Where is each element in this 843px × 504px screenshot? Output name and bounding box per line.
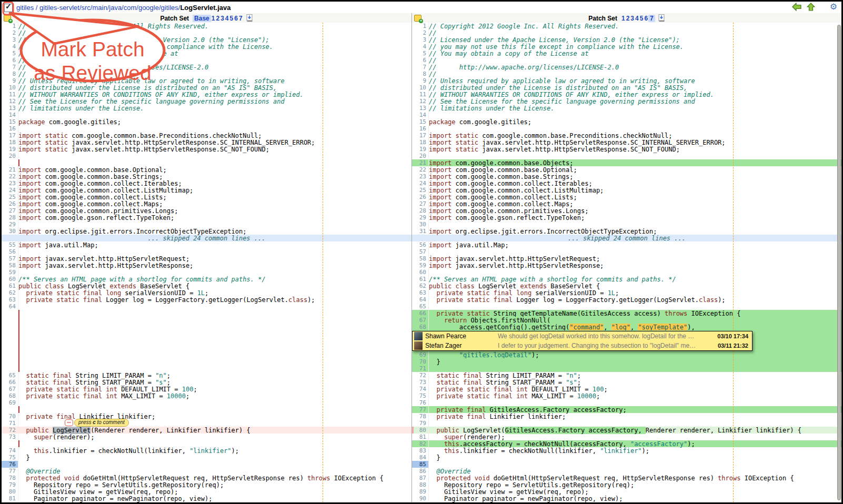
add-file-comment-icon[interactable]: + [4,15,11,22]
line-number[interactable]: 10 [412,84,429,91]
patchset-link-5[interactable]: 5 [229,15,234,22]
line-number[interactable]: 16 [2,125,18,132]
line-number[interactable]: 7 [412,64,429,70]
line-number[interactable]: 13 [2,105,18,112]
patchset-link-7[interactable]: 7 [238,15,243,22]
line-number[interactable]: 9 [2,77,18,84]
skipped-lines-expander[interactable]: ... skipped 24 common lines ... [412,235,841,241]
line-number[interactable]: 14 [412,112,429,118]
line-number[interactable]: 25 [412,187,429,194]
line-number[interactable]: 86 [412,468,429,475]
line-number[interactable]: 63 [412,289,429,296]
line-number[interactable]: 87 [412,475,429,481]
comment-thread-box[interactable]: Shawn PearceWe should get logDetail work… [412,331,752,351]
patchset-link-3[interactable]: 3 [630,15,635,22]
line-number[interactable]: 81 [2,495,18,502]
line-number[interactable]: 59 [2,269,18,276]
line-number[interactable]: 58 [2,262,18,269]
line-number[interactable]: 4 [2,43,18,50]
line-number[interactable]: 58 [412,255,429,262]
line-number[interactable]: 17 [2,132,18,139]
line-number[interactable]: 65 [2,372,18,379]
line-number[interactable]: 79 [2,481,18,488]
patchset-link-2[interactable]: 2 [626,15,630,22]
line-number[interactable]: 60 [2,276,18,283]
line-number[interactable]: 25 [2,194,18,200]
line-number[interactable]: 56 [412,241,429,248]
line-number[interactable]: 77 [2,468,18,475]
line-number[interactable]: 81 [412,434,429,440]
line-number[interactable]: 69 [2,399,18,406]
line-number[interactable]: 71 [412,365,429,372]
line-number[interactable]: 20 [412,153,429,159]
line-number[interactable]: 4 [412,43,429,50]
patchset-link-4[interactable]: 4 [635,15,639,22]
line-number[interactable]: 61 [2,283,18,289]
line-number[interactable]: 79 [412,420,429,427]
line-number[interactable]: 24 [412,180,429,187]
add-file-comment-icon[interactable]: + [414,15,421,22]
download-patch-icon[interactable] [658,14,665,22]
line-number[interactable]: 26 [2,200,18,207]
patchset-link-6[interactable]: 6 [234,15,238,22]
up-to-change-arrow-icon[interactable] [807,3,815,11]
line-number[interactable]: 6 [2,57,18,64]
patchset-link-3[interactable]: 3 [220,15,225,22]
line-number[interactable]: 29 [2,221,18,228]
line-number[interactable]: 80 [412,427,429,434]
line-number[interactable]: 59 [412,262,429,269]
line-number[interactable]: 3 [412,36,429,43]
line-number[interactable]: 2 [2,29,18,36]
line-number[interactable]: 21 [2,166,18,173]
line-number[interactable]: 29 [412,214,429,221]
line-number[interactable]: 74 [2,447,18,454]
line-number[interactable]: 89 [412,488,429,495]
reviewed-checkbox[interactable]: ✓ [4,4,13,12]
line-number[interactable]: 28 [2,214,18,221]
line-number[interactable]: 14 [2,112,18,118]
line-number[interactable]: 20 [2,153,18,159]
line-number[interactable]: 62 [2,289,18,296]
line-number[interactable]: 3 [2,36,18,43]
line-number[interactable]: 67 [412,317,429,324]
line-number[interactable]: 18 [2,139,18,146]
skipped-lines-expander[interactable]: ... skipped 24 common lines ... [2,235,412,241]
line-number[interactable]: 64 [412,296,429,303]
patchset-link-base[interactable]: Base [193,15,211,22]
line-number[interactable]: 70 [412,358,429,365]
line-number[interactable]: 57 [2,255,18,262]
line-number[interactable]: 84 [412,454,429,461]
line-number[interactable]: 55 [2,241,18,248]
line-number[interactable]: 31 [412,228,429,235]
line-number[interactable]: 70 [2,413,18,420]
patchset-link-2[interactable]: 2 [215,15,220,22]
line-number[interactable]: 7 [2,64,18,70]
line-number[interactable]: 26 [412,194,429,200]
line-number[interactable]: 75 [412,392,429,399]
line-number[interactable]: 61 [412,276,429,283]
line-number[interactable]: 88 [412,481,429,488]
line-number[interactable]: 64 [2,303,18,310]
patchset-link-6[interactable]: 6 [644,15,648,22]
line-number[interactable]: 19 [412,146,429,153]
line-number[interactable]: 5 [412,50,429,57]
line-number[interactable]: 76 [412,399,429,406]
line-number[interactable]: 62 [412,283,429,289]
line-number[interactable]: 13 [412,105,429,112]
breadcrumb-path-link[interactable]: gitiles / gitiles-servlet/src/main/java/… [16,4,180,12]
line-number[interactable]: 23 [412,173,429,180]
line-number[interactable]: 8 [412,70,429,77]
line-number[interactable]: 22 [412,166,429,173]
line-number[interactable]: 60 [412,269,429,276]
line-number[interactable]: 24 [2,187,18,194]
line-number[interactable]: 30 [412,221,429,228]
line-number[interactable]: 1 [2,23,18,29]
line-number[interactable]: 75 [2,454,18,461]
line-number[interactable]: 78 [2,475,18,481]
line-number[interactable]: 72 [2,427,18,434]
patchset-link-1[interactable]: 1 [621,15,626,22]
line-number[interactable]: 76 [2,461,18,468]
line-number[interactable]: 1 [412,23,429,29]
line-number[interactable]: 68 [412,324,429,330]
line-number[interactable]: 66 [2,379,18,386]
